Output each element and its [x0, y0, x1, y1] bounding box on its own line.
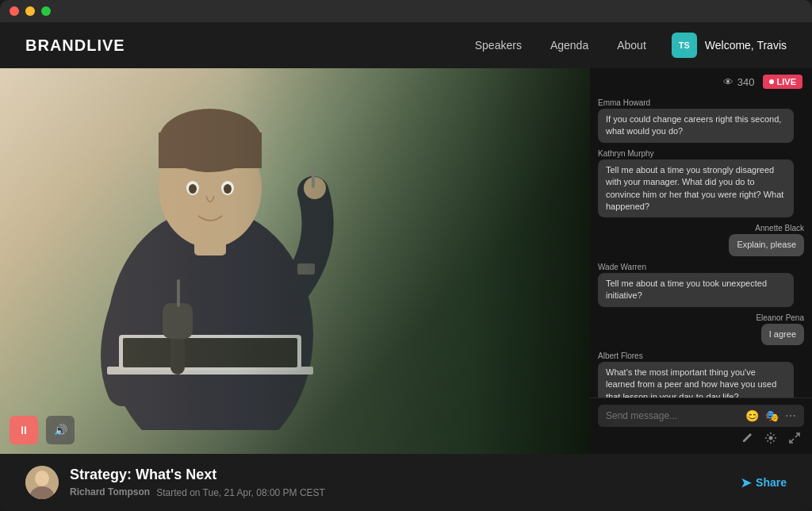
svg-rect-5: [159, 133, 262, 168]
welcome-text: Welcome, Travis: [705, 39, 787, 52]
svg-rect-11: [312, 164, 315, 188]
video-background: [0, 68, 590, 454]
chat-bubble-3: Explain, please: [729, 234, 804, 256]
chat-username-5: Eleanor Pena: [756, 313, 804, 322]
svg-point-9: [224, 184, 232, 194]
settings-tool-button[interactable]: [764, 432, 777, 448]
svg-rect-17: [177, 279, 180, 307]
chat-input-area: 😊 🎭 ⋯: [590, 398, 812, 454]
main-content: ⏸ 🔊 👁 340 LIVE Emma Howard If you could …: [0, 68, 812, 454]
viewer-count: 👁 340: [723, 76, 755, 88]
share-label: Share: [756, 476, 787, 489]
speaker-name: Richard Tompson: [70, 486, 150, 498]
avatar: TS: [672, 33, 697, 58]
maximize-dot[interactable]: [41, 6, 51, 16]
chat-message-6: Albert Flores What's the most important …: [598, 352, 804, 398]
nav-speakers[interactable]: Speakers: [475, 39, 522, 52]
volume-icon: 🔊: [54, 424, 67, 436]
chat-username-2: Kathryn Murphy: [598, 149, 804, 158]
close-dot[interactable]: [10, 6, 19, 16]
bottom-bar: Strategy: What's Next Richard Tompson St…: [0, 454, 812, 511]
svg-rect-16: [163, 303, 193, 339]
chat-username-1: Emma Howard: [598, 98, 804, 107]
logo: BrandLive: [25, 36, 125, 55]
user-area: TS Welcome, Travis: [672, 33, 787, 58]
chat-message-4: Wade Warren Tell me about a time you too…: [598, 263, 804, 307]
expand-tool-button[interactable]: [788, 432, 801, 448]
chat-panel: 👁 340 LIVE Emma Howard If you could chan…: [590, 68, 812, 454]
emoji-button[interactable]: 😊: [745, 409, 759, 422]
chat-tools-row: [598, 427, 804, 448]
nav-agenda[interactable]: Agenda: [550, 39, 588, 52]
stream-started: Started on Tue, 21 Apr, 08:00 PM CEST: [156, 487, 325, 498]
svg-rect-18: [297, 263, 315, 275]
window-chrome: [0, 0, 812, 22]
chat-stats: 👁 340 LIVE: [590, 68, 812, 95]
chat-username-3: Annette Black: [755, 224, 804, 232]
edit-tool-button[interactable]: [741, 432, 753, 448]
chat-message-5: Eleanor Pena I agree: [598, 313, 804, 345]
chat-username-4: Wade Warren: [598, 263, 804, 271]
pause-button[interactable]: ⏸: [10, 416, 38, 444]
stream-title: Strategy: What's Next: [70, 467, 730, 483]
stream-info: Strategy: What's Next Richard Tompson St…: [70, 467, 730, 498]
live-label: LIVE: [777, 77, 796, 86]
chat-input-row: 😊 🎭 ⋯: [598, 405, 804, 427]
person-visual: [44, 68, 377, 430]
live-badge: LIVE: [763, 75, 802, 89]
share-icon: ➤: [741, 475, 751, 490]
chat-bubble-5: I agree: [761, 324, 804, 345]
chat-message-3: Annette Black Explain, please: [598, 224, 804, 256]
chat-bubble-2: Tell me about a time you strongly disagr…: [598, 159, 794, 218]
chat-bubble-4: Tell me about a time you took unexpected…: [598, 273, 794, 307]
chat-bubble-6: What's the most important thing you've l…: [598, 362, 794, 398]
gif-button[interactable]: 🎭: [765, 409, 779, 422]
speaker-avatar: [25, 466, 59, 499]
viewer-number: 340: [737, 76, 755, 88]
svg-rect-14: [123, 338, 297, 367]
video-controls: ⏸ 🔊: [10, 416, 75, 444]
mute-button[interactable]: 🔊: [46, 416, 75, 444]
video-section: ⏸ 🔊: [0, 68, 590, 454]
svg-point-19: [769, 436, 773, 440]
live-dot: [769, 79, 774, 84]
more-button[interactable]: ⋯: [785, 409, 796, 422]
eye-icon: 👁: [723, 76, 733, 88]
chat-username-6: Albert Flores: [598, 352, 804, 360]
chat-messages: Emma Howard If you could change careers …: [590, 95, 812, 398]
nav-about[interactable]: About: [617, 39, 646, 52]
chat-message-2: Kathryn Murphy Tell me about a time you …: [598, 149, 804, 218]
header: BrandLive Speakers Agenda About TS Welco…: [0, 22, 812, 68]
chat-message-1: Emma Howard If you could change careers …: [598, 98, 804, 143]
share-button[interactable]: ➤ Share: [741, 475, 787, 490]
chat-input[interactable]: [606, 410, 739, 421]
svg-point-8: [189, 184, 197, 194]
pause-icon: ⏸: [18, 424, 29, 436]
chat-bubble-1: If you could change careers right this s…: [598, 109, 794, 143]
svg-point-21: [35, 471, 49, 486]
minimize-dot[interactable]: [25, 6, 35, 16]
nav-links: Speakers Agenda About: [475, 39, 646, 52]
